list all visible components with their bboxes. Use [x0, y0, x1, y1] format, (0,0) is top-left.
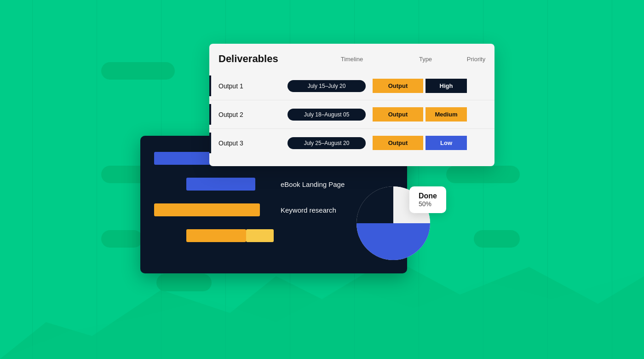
decorative-pill-5: [446, 166, 520, 183]
decorative-pill-1: [101, 62, 175, 80]
type-badge: Output: [373, 136, 423, 150]
gantt-bar-partial-b: [246, 229, 274, 242]
table-row: Output 1 July 15–July 20 Output High: [209, 72, 494, 100]
type-badge: Output: [373, 79, 423, 93]
table-row: Output 3 July 25–August 20 Output Low: [209, 129, 494, 157]
table-row: Output 2 July 18–August 05 Output Medium: [209, 100, 494, 129]
timeline-badge: July 15–July 20: [288, 80, 366, 92]
col-header-priority: Priority: [453, 56, 499, 63]
done-tooltip: Done 50%: [409, 186, 446, 213]
timeline-badge: July 25–August 20: [288, 137, 366, 149]
deliverables-header: Deliverables Timeline Type Priority: [209, 53, 494, 72]
gantt-label: Keyword research: [281, 206, 336, 214]
col-header-timeline: Timeline: [310, 56, 393, 63]
done-label: Done: [419, 192, 437, 200]
gantt-bar-keyword: [154, 203, 260, 216]
priority-badge-medium: Medium: [426, 107, 467, 122]
deliverables-card: Deliverables Timeline Type Priority Outp…: [209, 44, 494, 166]
decorative-pill-3: [101, 230, 143, 248]
decorative-pill-4: [156, 274, 212, 291]
decorative-pill-6: [474, 230, 520, 248]
done-percent: 50%: [419, 200, 437, 208]
gantt-bar-ebook-landing: [186, 178, 255, 191]
priority-badge-high: High: [426, 79, 467, 93]
row-accent: [209, 133, 211, 153]
gantt-bar-container: [154, 203, 274, 216]
gantt-bar-container: [154, 178, 274, 191]
row-accent: [209, 75, 211, 96]
row-accent: [209, 104, 211, 125]
row-name: Output 1: [218, 82, 288, 90]
timeline-badge: July 18–August 05: [288, 109, 366, 121]
priority-badge-low: Low: [426, 136, 467, 150]
deliverables-title: Deliverables: [218, 53, 310, 65]
col-header-type: Type: [398, 56, 453, 63]
row-name: Output 2: [218, 111, 288, 118]
type-badge: Output: [373, 107, 423, 122]
row-name: Output 3: [218, 139, 288, 147]
gantt-bar-partial-a: [186, 229, 246, 242]
gantt-bar-container: [154, 229, 274, 242]
gantt-label: eBook Landing Page: [281, 180, 345, 188]
